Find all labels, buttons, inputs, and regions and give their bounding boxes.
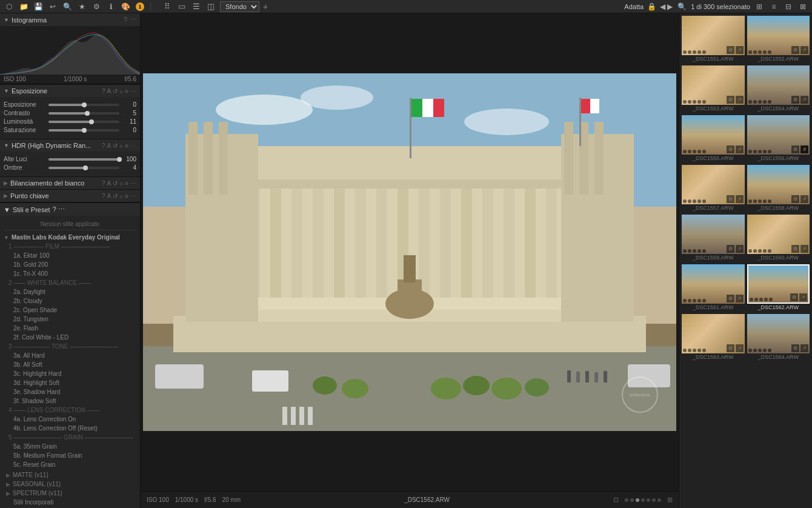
pk-help[interactable]: ? [102,193,105,199]
tool-settings[interactable]: ⚙ [91,1,102,12]
pk-icon2[interactable]: ⟐ [119,193,123,199]
thumb-img-1563[interactable]: ⚙ ↗ [682,314,745,353]
thumb-settings-1560[interactable]: ⚙ [791,245,799,253]
preset-mf-grain[interactable]: 5b. Medium Format Grain [4,451,136,460]
preset-daylight[interactable]: 2a. Daylight [4,287,136,296]
pk-more[interactable]: ⋯ [130,193,136,199]
slider-thumb-con[interactable] [85,111,90,116]
thumb-img-1555[interactable]: ⚙ ↗ [682,115,745,155]
thumb-img-1556[interactable]: S ⚙ ↗ [747,115,810,155]
slider-thumb-al[interactable] [117,157,122,162]
thumb-settings-1551[interactable]: ⚙ [727,46,734,54]
tool-import[interactable]: ⬡ [4,1,15,12]
preset-tungsten[interactable]: 2d. Tungsten [4,315,136,324]
thumb-settings-1562[interactable]: ⚙ [790,293,798,301]
preset-hl-hard[interactable]: 3c. Highlight Hard [4,369,136,378]
thumb-settings-1554[interactable]: ⚙ [791,96,799,104]
tool-undo[interactable]: ↩ [47,1,58,12]
thumb-info-1557[interactable]: ↗ [736,195,744,203]
preset-lens-off[interactable]: 4b. Lens Correction Off (Reset) [4,424,136,433]
thumb-img-1560[interactable]: ⚙ ↗ [747,215,810,254]
hdr-more[interactable]: ⋯ [130,142,136,149]
bil-icon1[interactable]: ↺ [113,180,118,187]
thumb-img-1554[interactable]: ⚙ ↗ [747,65,810,105]
bil-help[interactable]: ? [102,180,105,187]
thumb-img-1551[interactable]: ⚙ ↗ [682,16,745,55]
preset-all-hard[interactable]: 3a. All Hard [4,351,136,360]
esp-help[interactable]: ? [102,88,105,95]
pk-icon3[interactable]: ≡ [125,193,128,199]
tool-open[interactable]: 📁 [18,1,29,12]
esp-icon2[interactable]: ⟐ [119,88,123,95]
thumb-info-1556[interactable]: ↗ [800,145,808,153]
stili-incorporati[interactable]: Stili Incorporati [4,498,136,507]
preset-sh-hard[interactable]: 3e. Shadow Hard [4,387,136,396]
hist-icon-1[interactable]: ? [124,16,127,24]
bil-a[interactable]: A [107,180,111,187]
thumb-info-1564[interactable]: ↗ [800,344,808,352]
hist-icon-2[interactable]: ⋯ [130,16,136,24]
preset-ektar[interactable]: 1a. Ektar 100 [4,251,136,260]
thumb-settings-1552[interactable]: ⚙ [791,46,799,54]
preset-hl-soft[interactable]: 3d. Highlight Soft [4,378,136,387]
preset-cool-white[interactable]: 2f. Cool White - LED [4,333,136,342]
slider-thumb-sat[interactable] [82,128,87,133]
add-folder-btn[interactable]: + [263,2,268,12]
thumb-info-1558[interactable]: ↗ [800,195,808,203]
lock-icon[interactable]: 🔒 [647,2,656,11]
esp-icon1[interactable]: ↺ [113,88,118,95]
slider-track-al[interactable] [48,158,119,161]
bil-more[interactable]: ⋯ [130,180,136,187]
tool-info[interactable]: ℹ [105,1,116,12]
bilanciamento-header[interactable]: ▶ Bilanciamento del bianco ? A ↺ ⟐ ≡ ⋯ [0,177,140,189]
thumb-settings-1553[interactable]: ⚙ [727,96,734,104]
thumb-info-1552[interactable]: ↗ [800,46,808,54]
thumb-img-1553[interactable]: ⚙ ↗ [682,65,745,105]
preset-35mm[interactable]: 5a. 35mm Grain [4,442,136,451]
prev-arrow[interactable]: ◀ [660,2,665,11]
hdr-help[interactable]: ? [102,142,105,149]
punto-chiave-header[interactable]: ▶ Punto chiave ? A ↺ ⟐ ≡ ⋯ [0,190,140,202]
slider-thumb-lum[interactable] [89,119,94,124]
tool-search[interactable]: 🔍 [62,1,73,12]
slider-track-esp[interactable] [48,104,119,106]
thumb-info-1563[interactable]: ↗ [736,344,744,352]
thumb-img-1562[interactable]: ⚙ ↗ [747,264,810,304]
stili-header[interactable]: ▼ Stili e Preset ? ⋯ [0,202,140,216]
pk-icon1[interactable]: ↺ [113,193,118,199]
slider-track-con[interactable] [48,112,119,115]
grid-view-right[interactable]: ⊞ [754,1,765,12]
spectrum-group[interactable]: ▶ SPECTRUM (v11) [4,489,136,498]
thumb-img-1561[interactable]: ⚙ ↗ [682,264,745,304]
histogram-header[interactable]: ▼ Istogramma ? ⋯ [0,13,140,26]
thumb-img-1557[interactable]: ⚙ ↗ [682,165,745,204]
stili-more[interactable]: ⋯ [58,206,65,213]
thumb-settings-1558[interactable]: ⚙ [791,195,799,203]
expand-icon[interactable]: ⊞ [667,496,673,504]
bil-icon3[interactable]: ≡ [125,180,128,187]
filmstrip-btn[interactable]: ☰ [191,1,202,12]
esp-more[interactable]: ⋯ [130,88,136,95]
thumb-settings-1559[interactable]: ⚙ [727,245,734,253]
split-view[interactable]: ⊟ [783,1,794,12]
preset-lens-on[interactable]: 4a. Lens Correction On [4,415,136,424]
mastin-group-header[interactable]: ▼ Mastin Labs Kodak Everyday Original [4,233,136,242]
compare-view[interactable]: ⊠ [797,1,808,12]
zoom-fit-icon[interactable]: ⊡ [613,496,619,504]
thumb-img-1558[interactable]: ⚙ ↗ [747,165,810,204]
preset-all-soft[interactable]: 3b. All Soft [4,360,136,369]
hdr-header[interactable]: ▼ HDR (High Dynamic Ran... ? A ↺ ⟐ ≡ ⋯ [0,139,140,152]
seasonal-group[interactable]: ▶ SEASONAL (v11) [4,480,136,489]
pk-a[interactable]: A [107,193,111,199]
preset-reset-grain[interactable]: 5c. Reset Grain [4,460,136,469]
thumb-info-1554[interactable]: ↗ [800,96,808,104]
thumb-img-1559[interactable]: ⚙ ↗ [682,215,745,254]
thumb-info-1560[interactable]: ↗ [800,245,808,253]
thumb-info-1559[interactable]: ↗ [736,245,744,253]
tool-palette[interactable]: 🎨 [120,1,131,12]
tool-star[interactable]: ★ [76,1,87,12]
folder-select[interactable]: Sfondo [220,1,259,12]
preset-open-shade[interactable]: 2c. Open Shade [4,306,136,315]
next-arrow[interactable]: ▶ [667,2,673,11]
hdr-icon1[interactable]: ↺ [113,142,118,149]
